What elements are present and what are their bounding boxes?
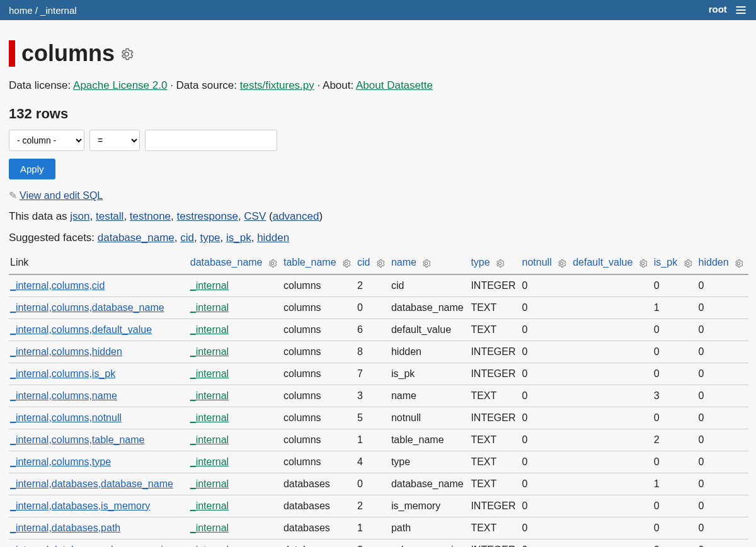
cell-default_value [571, 363, 653, 385]
cell-cid: 1 [356, 517, 390, 539]
facet-cid[interactable]: cid [180, 232, 194, 244]
cell-table_name: databases [282, 495, 356, 517]
gear-icon[interactable] [733, 257, 743, 269]
cell-link: _internal,databases,is_memory [9, 495, 189, 517]
col-name[interactable]: name [390, 253, 470, 274]
db-link[interactable]: _internal [190, 390, 229, 401]
cell-type: INTEGER [469, 341, 520, 363]
row-link[interactable]: _internal,columns,hidden [10, 346, 122, 357]
crumb-database[interactable]: _internal [40, 5, 77, 16]
db-link[interactable]: _internal [190, 434, 229, 445]
db-link[interactable]: _internal [190, 500, 229, 511]
col-table_name[interactable]: table_name [282, 253, 356, 274]
cell-is_pk: 0 [653, 363, 697, 385]
cell-name: schema_version [390, 539, 470, 547]
menu-icon[interactable] [735, 4, 747, 16]
gear-icon[interactable] [420, 257, 431, 269]
cell-link: _internal,columns,database_name [9, 296, 189, 319]
gear-icon[interactable] [494, 257, 505, 269]
user-link[interactable]: root [709, 4, 727, 14]
filter-column-select[interactable]: - column - [9, 130, 84, 151]
row-link[interactable]: _internal,columns,type [10, 456, 111, 467]
db-link[interactable]: _internal [190, 478, 229, 489]
db-link[interactable]: _internal [190, 412, 229, 423]
cell-is_pk: 0 [653, 274, 697, 297]
col-notnull[interactable]: notnull [521, 253, 572, 274]
cell-notnull: 0 [521, 517, 572, 539]
about-link[interactable]: About Datasette [356, 79, 433, 91]
gear-icon[interactable] [266, 257, 277, 269]
db-link[interactable]: _internal [190, 544, 229, 547]
format-CSV[interactable]: CSV [244, 210, 266, 222]
row-link[interactable]: _internal,columns,database_name [10, 302, 164, 313]
facet-type[interactable]: type [200, 232, 220, 244]
row-link[interactable]: _internal,columns,notnull [10, 412, 122, 423]
cell-table_name: columns [282, 274, 356, 297]
gear-icon[interactable] [340, 257, 351, 269]
facet-is_pk[interactable]: is_pk [226, 232, 251, 244]
row-link[interactable]: _internal,databases,is_memory [10, 500, 150, 511]
db-link[interactable]: _internal [190, 368, 229, 379]
format-testnone[interactable]: testnone [130, 210, 171, 222]
db-link[interactable]: _internal [190, 302, 229, 313]
col-type[interactable]: type [469, 253, 520, 274]
gear-icon[interactable] [556, 257, 566, 269]
advanced-link[interactable]: advanced [273, 210, 319, 222]
cell-link: _internal,columns,cid [9, 274, 189, 297]
cell-notnull: 0 [521, 451, 572, 473]
format-json[interactable]: json [70, 210, 89, 222]
cell-table_name: columns [282, 363, 356, 385]
cell-type: INTEGER [469, 539, 520, 547]
col-cid[interactable]: cid [356, 253, 390, 274]
row-link[interactable]: _internal,columns,table_name [10, 434, 144, 445]
view-sql-link[interactable]: View and edit SQL [20, 190, 103, 201]
col-hidden[interactable]: hidden [697, 253, 749, 274]
filter-op-select[interactable]: = [89, 130, 140, 151]
cell-type: TEXT [469, 296, 520, 319]
row-link[interactable]: _internal,columns,cid [10, 280, 105, 291]
cell-is_pk: 0 [653, 451, 697, 473]
facets-line: Suggested facets: database_name, cid, ty… [9, 232, 747, 244]
col-default_value[interactable]: default_value [571, 253, 653, 274]
cell-cid: 3 [356, 539, 390, 547]
col-is_pk[interactable]: is_pk [653, 253, 697, 274]
cell-table_name: columns [282, 341, 356, 363]
cell-table_name: columns [282, 451, 356, 473]
cell-type: TEXT [469, 473, 520, 495]
db-link[interactable]: _internal [190, 280, 229, 291]
cell-is_pk: 1 [653, 296, 697, 319]
cell-table_name: columns [282, 296, 356, 319]
gear-icon[interactable] [637, 257, 648, 269]
apply-button[interactable]: Apply [9, 159, 55, 179]
db-link[interactable]: _internal [190, 522, 229, 533]
cell-notnull: 0 [521, 341, 572, 363]
format-testresponse[interactable]: testresponse [177, 210, 238, 222]
cell-cid: 7 [356, 363, 390, 385]
gear-icon[interactable] [374, 257, 385, 269]
license-link[interactable]: Apache License 2.0 [73, 79, 167, 91]
crumb-home[interactable]: home [9, 5, 33, 16]
db-link[interactable]: _internal [190, 346, 229, 357]
row-link[interactable]: _internal,columns,name [10, 390, 117, 401]
filter-value-input[interactable] [145, 130, 277, 151]
cell-database_name: _internal [189, 319, 282, 341]
col-database_name[interactable]: database_name [189, 253, 282, 274]
db-link[interactable]: _internal [190, 324, 229, 335]
gear-icon[interactable] [682, 257, 692, 269]
facet-hidden[interactable]: hidden [257, 232, 289, 244]
cell-is_pk: 3 [653, 385, 697, 407]
row-link[interactable]: _internal,columns,default_value [10, 324, 152, 335]
facet-database_name[interactable]: database_name [98, 232, 175, 244]
row-link[interactable]: _internal,databases,database_name [10, 478, 173, 489]
gear-icon[interactable] [120, 40, 134, 67]
cell-table_name: columns [282, 407, 356, 429]
row-link[interactable]: _internal,databases,schema_version [10, 544, 175, 547]
row-link[interactable]: _internal,columns,is_pk [10, 368, 115, 379]
format-testall[interactable]: testall [96, 210, 123, 222]
row-link[interactable]: _internal,databases,path [10, 522, 120, 533]
db-link[interactable]: _internal [190, 456, 229, 467]
cell-notnull: 0 [521, 429, 572, 451]
cell-default_value [571, 473, 653, 495]
source-link[interactable]: tests/fixtures.py [240, 79, 314, 91]
cell-hidden: 0 [697, 274, 749, 297]
